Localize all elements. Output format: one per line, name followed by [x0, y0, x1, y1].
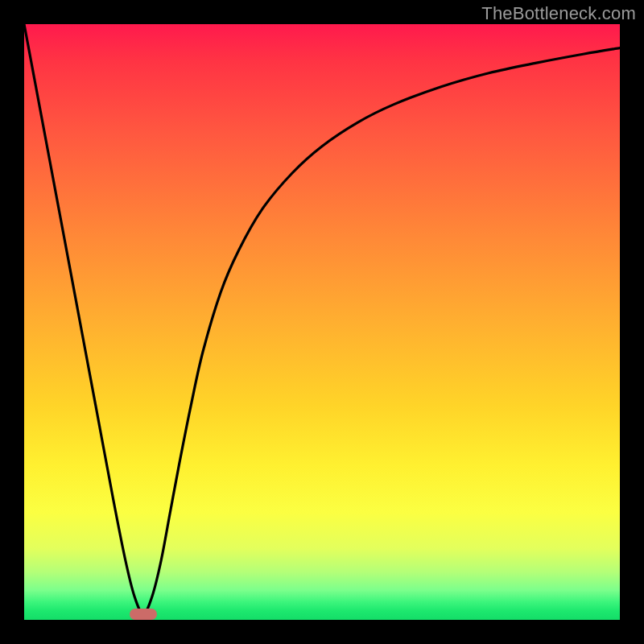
minimum-marker — [130, 609, 157, 620]
plot-area — [24, 24, 620, 620]
chart-frame: TheBottleneck.com — [0, 0, 644, 644]
curve-svg — [24, 24, 620, 620]
watermark-text: TheBottleneck.com — [481, 3, 636, 24]
bottleneck-curve — [24, 24, 620, 614]
